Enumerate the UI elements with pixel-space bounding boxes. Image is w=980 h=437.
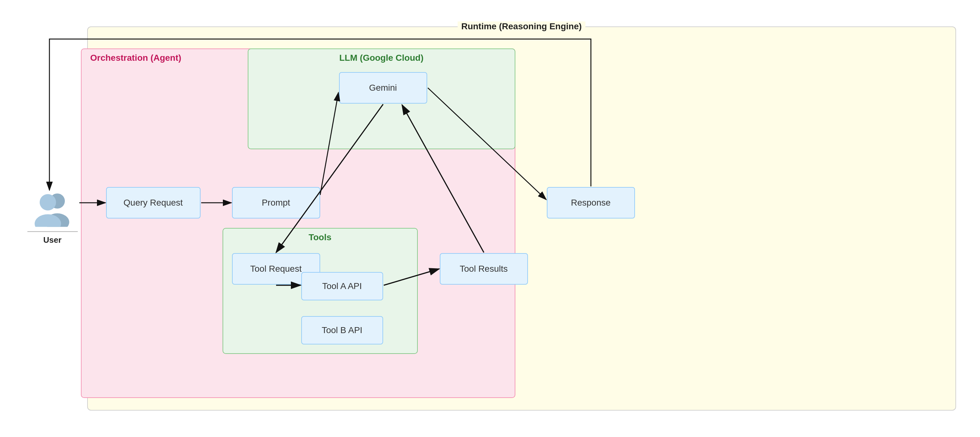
user-icon (32, 192, 73, 227)
tool-b-node: Tool B API (301, 316, 383, 345)
svg-point-2 (40, 194, 56, 211)
tools-label: Tools (309, 232, 331, 242)
runtime-label: Runtime (Reasoning Engine) (457, 21, 585, 32)
tool-a-node: Tool A API (301, 272, 383, 300)
llm-label: LLM (Google Cloud) (339, 53, 424, 63)
response-node: Response (547, 187, 635, 218)
tool-results-node: Tool Results (440, 253, 528, 284)
diagram-wrapper: Runtime (Reasoning Engine) Orchestration… (18, 14, 963, 423)
gemini-node: Gemini (339, 72, 427, 103)
query-request-node: Query Request (106, 187, 200, 218)
user-line (27, 231, 78, 232)
user-label: User (43, 235, 62, 245)
orchestration-label: Orchestration (Agent) (90, 53, 181, 63)
user-figure: User (27, 192, 78, 245)
prompt-node: Prompt (232, 187, 320, 218)
